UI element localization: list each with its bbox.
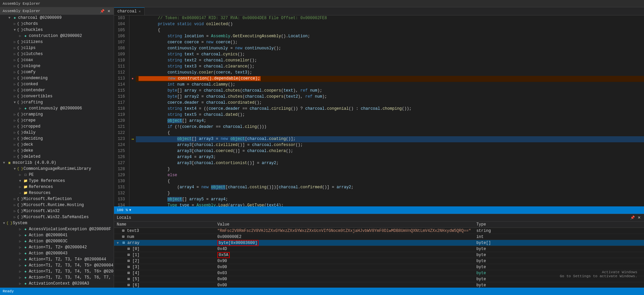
tree-item-action2[interactable]: ▷ ◆ Action @0200003C bbox=[0, 238, 114, 244]
gutter-120 bbox=[129, 118, 136, 124]
code-132: } bbox=[136, 191, 644, 197]
line-126: 126 array4 = array3; bbox=[114, 154, 644, 160]
tree-item-construction[interactable]: ▷ ◆ construction @02000002 bbox=[0, 33, 114, 39]
locals-title: Locals bbox=[117, 215, 131, 220]
local-num[interactable]: ⊞ num 0x000000E2 int bbox=[114, 234, 644, 240]
sidebar-pin-button[interactable]: 📌 bbox=[99, 9, 105, 13]
gutter-117 bbox=[129, 100, 136, 106]
code-128: } bbox=[136, 166, 644, 173]
local-array-2[interactable]: ⊞ [2] 0x90 byte bbox=[114, 258, 644, 264]
tree-item-action1[interactable]: ▷ ◆ Action @02000041 bbox=[0, 232, 114, 238]
local-val-1: 0x5A bbox=[215, 252, 474, 258]
tree-item-actiont4[interactable]: ▷ ◆ Action<T1, T2, T3, T4> @02000044 bbox=[0, 256, 114, 262]
tree-item-deleted[interactable]: ▷ { } deleted bbox=[0, 154, 114, 160]
label-references: References bbox=[29, 185, 53, 189]
tree-item-clutches[interactable]: ▷ { } clutches bbox=[0, 51, 114, 57]
tree-item-chuckles[interactable]: ▼ { } chuckles bbox=[0, 27, 114, 33]
tree-item-activationctx[interactable]: ▷ ◆ ActivationContext @0200A3 bbox=[0, 281, 114, 287]
expand-mscorlib: ▼ bbox=[1, 161, 7, 165]
gutter-103 bbox=[129, 15, 136, 21]
line-125: 125 array3[charcoal.coerced()] = charcoa… bbox=[114, 148, 644, 154]
gutter-129 bbox=[129, 173, 136, 179]
tree-item-msreflection[interactable]: ▷ { } Microsoft.Reflection bbox=[0, 196, 114, 202]
label-action1: Action @02000041 bbox=[29, 233, 67, 238]
local-array-0[interactable]: ⊞ [0] 0x4D byte bbox=[114, 246, 644, 252]
field-icon-1: ⊞ bbox=[127, 253, 130, 257]
tree-item-coax[interactable]: ▷ { } coax bbox=[0, 57, 114, 63]
local-array-3[interactable]: ⊞ [3] 0x00 byte bbox=[114, 264, 644, 270]
label-commonlang: CommonLanguageRuntimeLibrary bbox=[23, 166, 91, 171]
tree-item-charcoal[interactable]: ▼ ◆ charcoal @02000009 bbox=[0, 15, 114, 21]
tree-item-pe[interactable]: ▷ □ PE bbox=[0, 172, 114, 178]
tree-item-commonlang[interactable]: ▼ { } CommonLanguageRuntimeLibrary bbox=[0, 166, 114, 172]
tree-item-continuously[interactable]: ▷ ◆ continuously @02000006 bbox=[0, 105, 114, 111]
expand-actiont5: ▷ bbox=[17, 263, 23, 267]
local-array-4[interactable]: ⊞ [4] 0x03 byte bbox=[114, 270, 644, 276]
tree-item-resources[interactable]: – 📁 Resources bbox=[0, 190, 114, 196]
tree-item-action3[interactable]: ▷ ◆ Action @02000043 bbox=[0, 250, 114, 256]
local-type-1: byte bbox=[474, 252, 644, 258]
tree-item-actionbig[interactable]: ▷ ◆ Action<T1, T2, T3, T4, T5, T6, T7, T… bbox=[0, 275, 114, 281]
code-editor[interactable]: 103 // Token: 0x06000147 RID: 327 RVA: 0… bbox=[114, 15, 644, 206]
locals-table[interactable]: Name Value Type ⊞ text3 "RmFsc2V8R bbox=[114, 222, 644, 288]
tree-item-citizens[interactable]: ▷ { } citizens bbox=[0, 39, 114, 45]
tree-item-crafting[interactable]: ▼ { } crafting bbox=[0, 99, 114, 105]
title-bar-text: Assembly Explorer bbox=[3, 2, 40, 6]
tab-charcoal[interactable]: charcoal ✕ bbox=[114, 7, 145, 15]
tree-item-mswin32[interactable]: ▷ { } Microsoft.Win32 bbox=[0, 208, 114, 214]
tree-item-dally[interactable]: ▷ { } dally bbox=[0, 130, 114, 136]
expand-conked: ▷ bbox=[12, 82, 17, 86]
tree-item-accessviolation[interactable]: ▷ ◆ AccessViolationException @0200008F bbox=[0, 226, 114, 232]
local-array-1[interactable]: ⊞ [1] 0x5A byte bbox=[114, 252, 644, 258]
local-text3[interactable]: ⊞ text3 "RmFsc2V8RmFsc2V8VHJ1ZXxGYWxzZXx… bbox=[114, 228, 644, 234]
expand-contender: ▷ bbox=[12, 88, 17, 92]
local-type-3: byte bbox=[474, 264, 644, 270]
tree-item-mscorlib[interactable]: ▼ ▣ mscorlib (4.0.0.0) bbox=[0, 160, 114, 166]
tree-item-deke[interactable]: ▷ { } deke bbox=[0, 148, 114, 154]
ns-icon-safehandles: { } bbox=[17, 215, 23, 219]
tree-item-cropped[interactable]: ▷ { } cropped bbox=[0, 124, 114, 130]
tree-item-conked[interactable]: ▷ { } conked bbox=[0, 81, 114, 87]
code-130: { bbox=[136, 179, 644, 185]
code-121: if (!(coerce.deader == charcoal.cling())… bbox=[136, 124, 644, 130]
assembly-icon: ▣ bbox=[7, 160, 12, 165]
linenum-131: 131 bbox=[114, 185, 129, 191]
tree-item-cramping[interactable]: ▷ { } cramping bbox=[0, 111, 114, 117]
expand-coax: ▷ bbox=[12, 58, 17, 62]
tree-item-condemning[interactable]: ▷ { } condemning bbox=[0, 75, 114, 81]
tree-item-chords[interactable]: ▷ { } chords bbox=[0, 21, 114, 27]
sidebar-close-button[interactable]: ✕ bbox=[107, 9, 111, 13]
label-chuckles: chuckles bbox=[23, 28, 43, 32]
expand-mswin32: ▷ bbox=[12, 209, 17, 213]
code-122: { bbox=[136, 130, 644, 136]
tree-item-deciding[interactable]: ▷ { } deciding bbox=[0, 136, 114, 142]
local-array-6[interactable]: ⊞ [6] 0x00 byte bbox=[114, 282, 644, 288]
tree-item-deck[interactable]: ▷ { } deck bbox=[0, 142, 114, 148]
tree-item-convertibles[interactable]: ▷ { } convertibles bbox=[0, 93, 114, 99]
local-array[interactable]: ▼ ⊞ array byte[0x00003600] byte[] bbox=[114, 240, 644, 246]
tree-item-comfy[interactable]: ▷ { } comfy bbox=[0, 69, 114, 75]
tree-item-references[interactable]: ▷ 📁 References bbox=[0, 184, 114, 190]
tree-item-actiont5[interactable]: ▷ ◆ Action<T1, T2, T3, T4, T5> @0200004B bbox=[0, 262, 114, 268]
tab-close-charcoal[interactable]: ✕ bbox=[139, 9, 141, 13]
line-105: 105 { bbox=[114, 28, 644, 34]
tree-item-crepe[interactable]: ▷ { } crepe bbox=[0, 117, 114, 124]
linenum-127: 127 bbox=[114, 160, 129, 166]
tree-item-system[interactable]: ▼ { } System bbox=[0, 220, 114, 226]
sidebar-tree[interactable]: ▼ ◆ charcoal @02000009 ▷ { } chords ▼ { … bbox=[0, 15, 114, 288]
tree-item-actiont1t2[interactable]: ▷ ◆ Action<T1, T2> @02000042 bbox=[0, 244, 114, 250]
tree-item-clips[interactable]: ▷ { } clips bbox=[0, 45, 114, 51]
code-105: { bbox=[136, 28, 644, 34]
tree-item-contender[interactable]: ▷ { } contender bbox=[0, 87, 114, 93]
zoom-control[interactable]: 100 % ▼ bbox=[117, 208, 131, 212]
locals-pin-button[interactable]: 📌 bbox=[630, 215, 636, 220]
tree-item-mswin32sh[interactable]: ▷ { } Microsoft.Win32.SafeHandles bbox=[0, 214, 114, 220]
tree-item-msruntimehosting[interactable]: ▷ { } Microsoft.Runtime.Hosting bbox=[0, 202, 114, 208]
tree-item-cologne[interactable]: ▷ { } cologne bbox=[0, 63, 114, 69]
linenum-107: 107 bbox=[114, 40, 129, 46]
tree-item-actiont6[interactable]: ▷ ◆ Action<T1, T2, T3, T4, T5, T6> @0200… bbox=[0, 268, 114, 275]
locals-close-button[interactable]: ✕ bbox=[637, 215, 641, 220]
local-array-5[interactable]: ⊞ [5] 0x00 byte bbox=[114, 276, 644, 282]
code-131: (array4 = new object[charcoal.costing()]… bbox=[136, 185, 644, 191]
tree-item-typereferences[interactable]: ▼ 📁 Type References bbox=[0, 178, 114, 184]
